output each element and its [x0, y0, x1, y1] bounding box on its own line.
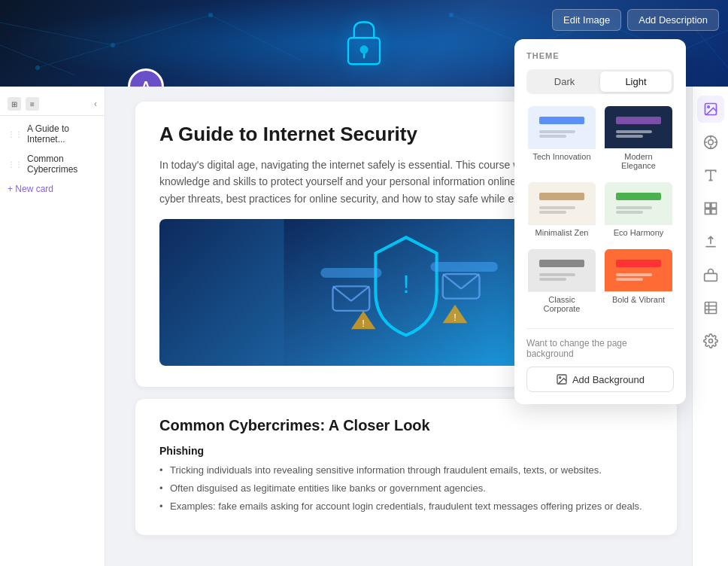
- svg-line-7: [451, 15, 526, 45]
- svg-point-11: [208, 13, 213, 17]
- svg-text:!: !: [362, 318, 365, 329]
- sidebar: ⊞ ≡ ‹ ⋮⋮ A Guide to Internet... ⋮⋮ Commo…: [0, 87, 105, 566]
- svg-rect-38: [705, 203, 710, 208]
- svg-line-0: [0, 23, 113, 45]
- cybercrimes-title: Common Cybercrimes: A Closer Look: [159, 417, 653, 434]
- theme-label: Minimalist Zen: [528, 224, 596, 240]
- settings-panel-icon[interactable]: [697, 327, 724, 355]
- phishing-bullet-list: Tricking individuals into revealing sens…: [159, 463, 653, 514]
- sidebar-item-label: A Guide to Internet...: [27, 123, 97, 145]
- svg-point-18: [360, 45, 369, 53]
- svg-rect-42: [704, 273, 717, 281]
- theme-dark-button[interactable]: Dark: [529, 72, 600, 92]
- svg-rect-43: [705, 303, 716, 314]
- svg-rect-32: [320, 268, 381, 278]
- svg-rect-39: [711, 203, 716, 208]
- svg-point-47: [708, 339, 712, 343]
- svg-point-12: [35, 65, 40, 70]
- theme-section-label: THEME: [526, 51, 674, 60]
- add-background-label: Add Background: [572, 374, 645, 385]
- svg-rect-41: [711, 209, 716, 215]
- add-background-icon: [556, 373, 568, 385]
- phishing-title: Phishing: [159, 445, 653, 457]
- background-section: Want to change the page background Add B…: [526, 328, 674, 392]
- palette-panel-icon[interactable]: [697, 129, 724, 156]
- list-item: Often disguised as legitimate entities l…: [159, 481, 653, 497]
- background-text: Want to change the page background: [526, 338, 674, 359]
- sidebar-list-icon[interactable]: ≡: [26, 97, 39, 111]
- text-panel-icon[interactable]: [697, 162, 724, 189]
- svg-text:!: !: [402, 271, 409, 298]
- svg-line-1: [113, 15, 211, 45]
- svg-line-9: [0, 45, 75, 75]
- theme-card-modern-elegance[interactable]: Modern Elegance: [603, 105, 674, 175]
- upload-panel-icon[interactable]: [697, 228, 724, 255]
- list-item: Examples: fake emails asking for account…: [159, 499, 653, 515]
- theme-grid: Tech Innovation Modern Elegance: [526, 105, 674, 318]
- svg-text:!: !: [453, 312, 457, 323]
- sidebar-grid-icon[interactable]: ⊞: [8, 97, 21, 111]
- theme-card-minimalist-zen[interactable]: Minimalist Zen: [526, 181, 597, 242]
- svg-point-16: [449, 13, 453, 17]
- theme-card-tech-innovation[interactable]: Tech Innovation: [526, 105, 597, 175]
- lock-icon: [338, 17, 390, 70]
- svg-point-37: [708, 140, 713, 145]
- drag-handle-icon: ⋮⋮: [8, 130, 23, 138]
- theme-label: Tech Innovation: [528, 148, 596, 164]
- table-panel-icon[interactable]: [697, 294, 724, 321]
- theme-panel: THEME Dark Light Tech Innovation: [514, 39, 686, 404]
- add-description-button[interactable]: Add Description: [627, 9, 719, 31]
- svg-point-10: [111, 43, 115, 47]
- theme-label: Bold & Vibrant: [605, 291, 672, 307]
- toolbox-panel-icon[interactable]: [697, 261, 724, 288]
- cybercrimes-card: Common Cybercrimes: A Closer Look Phishi…: [135, 399, 677, 534]
- list-item: Tricking individuals into revealing sens…: [159, 463, 653, 479]
- header-actions: Edit Image Add Description: [552, 9, 719, 31]
- svg-point-49: [560, 377, 561, 379]
- theme-toggle: Dark Light: [526, 69, 674, 94]
- theme-light-button[interactable]: Light: [600, 72, 672, 92]
- sidebar-item-internet-security[interactable]: ⋮⋮ A Guide to Internet...: [0, 119, 105, 149]
- components-panel-icon[interactable]: [697, 195, 724, 222]
- drag-handle-icon: ⋮⋮: [8, 160, 23, 169]
- theme-card-classic-corporate[interactable]: Classic Corporate: [526, 248, 597, 318]
- theme-card-eco-harmony[interactable]: Eco Harmony: [603, 181, 674, 242]
- theme-label: Eco Harmony: [605, 224, 672, 240]
- sidebar-collapse-button[interactable]: ‹: [94, 99, 97, 109]
- svg-rect-33: [431, 262, 498, 272]
- svg-line-2: [211, 15, 301, 60]
- theme-label: Classic Corporate: [528, 291, 596, 316]
- sidebar-item-label: Common Cybercrimes: [27, 154, 97, 175]
- new-card-button[interactable]: + New card: [0, 179, 105, 199]
- sidebar-item-cybercrimes[interactable]: ⋮⋮ Common Cybercrimes: [0, 149, 105, 179]
- sidebar-icon-group: ⊞ ≡: [8, 97, 39, 111]
- right-panel: [692, 87, 728, 566]
- svg-line-3: [38, 45, 113, 68]
- add-background-button[interactable]: Add Background: [526, 367, 674, 392]
- svg-point-35: [707, 106, 709, 108]
- sidebar-header: ⊞ ≡ ‹: [0, 93, 105, 116]
- svg-rect-40: [705, 209, 710, 215]
- theme-label: Modern Elegance: [605, 148, 672, 173]
- theme-card-bold-vibrant[interactable]: Bold & Vibrant: [603, 248, 674, 318]
- edit-image-button[interactable]: Edit Image: [552, 9, 621, 31]
- image-panel-icon[interactable]: [697, 96, 724, 123]
